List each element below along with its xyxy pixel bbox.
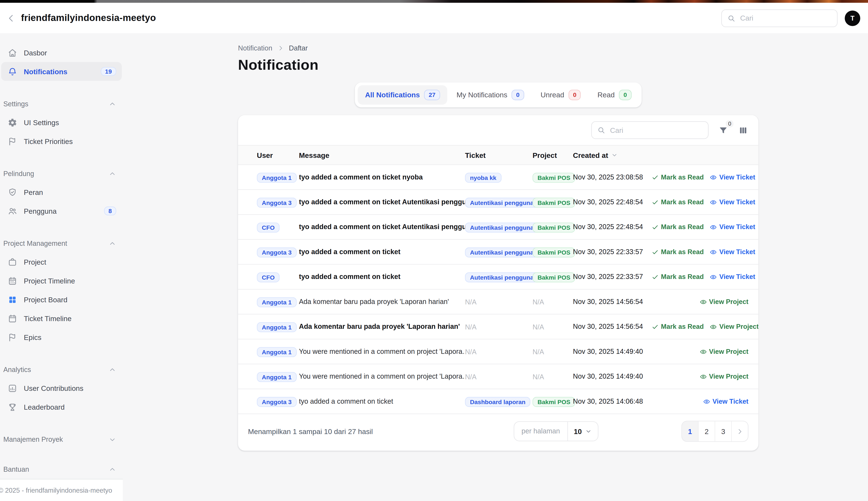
ticket-badge[interactable]: Autentikasi pengguna xyxy=(465,198,539,207)
breadcrumb: Notification Daftar xyxy=(238,33,759,52)
breadcrumb-page[interactable]: Daftar xyxy=(289,44,308,52)
ticket-badge[interactable]: Autentikasi pengguna xyxy=(465,272,539,282)
view-ticket-link[interactable]: View Ticket xyxy=(703,397,748,405)
ticket-badge[interactable]: Autentikasi pengguna xyxy=(465,222,539,232)
view-ticket-link[interactable]: View Ticket xyxy=(710,223,755,231)
created-at-cell: Nov 30, 2025 14:49:40 xyxy=(573,348,652,355)
sidebar-item-user-contributions[interactable]: User Contributions xyxy=(1,379,122,397)
mark-as-read-link[interactable]: Mark as Read xyxy=(652,323,704,331)
column-header-label: Message xyxy=(299,151,329,159)
tab-my-notifications[interactable]: My Notifications0 xyxy=(449,85,531,105)
sidebar-section-manajemen-proyek[interactable]: Manajemen Proyek xyxy=(1,433,122,446)
view-project-link[interactable]: View Project xyxy=(710,323,759,331)
view-ticket-link[interactable]: View Ticket xyxy=(710,248,755,256)
ticket-badge[interactable]: Dashboard laporan xyxy=(465,397,531,407)
filter-icon xyxy=(718,125,728,135)
view-project-link[interactable]: View Project xyxy=(700,373,748,380)
home-icon xyxy=(8,48,17,57)
mark-as-read-link[interactable]: Mark as Read xyxy=(652,273,704,281)
breadcrumb-section[interactable]: Notification xyxy=(238,44,272,52)
sidebar-item-leaderboard[interactable]: Leaderboard xyxy=(1,397,122,416)
sidebar-item-ui-settings[interactable]: UI Settings xyxy=(1,113,122,132)
project-badge[interactable]: Bakmi POS xyxy=(533,198,575,207)
notification-tabs: All Notifications27My Notifications0Unre… xyxy=(355,83,641,107)
chart-icon xyxy=(8,383,17,393)
mark-as-read-link[interactable]: Mark as Read xyxy=(652,173,704,181)
project-badge[interactable]: Bakmi POS xyxy=(533,172,575,182)
sidebar-item-dasbor[interactable]: Dasbor xyxy=(1,43,122,62)
ticket-cell: N/A xyxy=(465,297,533,307)
chevron-up-icon xyxy=(108,366,116,374)
project-badge[interactable]: Bakmi POS xyxy=(533,272,575,282)
tab-all-notifications[interactable]: All Notifications27 xyxy=(358,85,447,105)
filter-button[interactable]: 0 xyxy=(717,125,729,136)
action-label: View Project xyxy=(709,298,748,306)
project-badge[interactable]: Bakmi POS xyxy=(533,397,575,407)
sidebar-item-ticket-timeline[interactable]: Ticket Timeline xyxy=(1,309,122,328)
sidebar-item-epics[interactable]: Epics xyxy=(1,328,122,347)
project-cell: N/A xyxy=(533,347,573,356)
eye-icon xyxy=(700,348,707,355)
mark-as-read-link[interactable]: Mark as Read xyxy=(652,198,704,206)
table-search[interactable] xyxy=(591,121,709,139)
tab-count-badge: 27 xyxy=(424,89,440,100)
project-cell: N/A xyxy=(533,322,573,332)
next-page-button[interactable] xyxy=(732,421,748,441)
tab-unread[interactable]: Unread0 xyxy=(534,85,588,105)
view-ticket-link[interactable]: View Ticket xyxy=(710,273,755,281)
page-button-2[interactable]: 2 xyxy=(699,421,715,441)
mark-as-read-link[interactable]: Mark as Read xyxy=(652,248,704,256)
table-row: Anggota 1You were mentioned in a comment… xyxy=(238,364,759,389)
project-cell: Bakmi POS xyxy=(533,172,573,182)
created-at-cell: Nov 30, 2025 22:33:57 xyxy=(573,273,652,281)
sidebar-section-bantuan[interactable]: Bantuan xyxy=(1,463,122,476)
sort-chevron-down-icon[interactable] xyxy=(611,152,618,158)
tab-read[interactable]: Read0 xyxy=(590,85,639,105)
ticket-badge[interactable]: Autentikasi pengguna xyxy=(465,247,539,257)
view-ticket-link[interactable]: View Ticket xyxy=(710,173,755,181)
action-label: View Ticket xyxy=(719,198,755,206)
table-row: Anggota 1You were mentioned in a comment… xyxy=(238,339,759,364)
columns-button[interactable] xyxy=(737,125,748,136)
eye-icon xyxy=(710,199,717,206)
row-actions: Mark as ReadView Project xyxy=(652,323,758,331)
page-button-1[interactable]: 1 xyxy=(682,421,699,441)
sidebar-item-project-board[interactable]: Project Board xyxy=(1,290,122,309)
view-ticket-link[interactable]: View Ticket xyxy=(710,198,755,206)
sidebar-item-label: User Contributions xyxy=(24,384,116,392)
sidebar-item-ticket-priorities[interactable]: Ticket Priorities xyxy=(1,132,122,151)
project-badge[interactable]: Bakmi POS xyxy=(533,247,575,257)
table-search-input[interactable] xyxy=(609,125,703,135)
ticket-badge[interactable]: nyoba kk xyxy=(465,172,501,182)
sidebar-item-project-timeline[interactable]: Project Timeline xyxy=(1,271,122,290)
sidebar-item-notifications[interactable]: Notifications19 xyxy=(1,62,122,81)
mark-as-read-link[interactable]: Mark as Read xyxy=(652,223,704,231)
global-search[interactable] xyxy=(721,9,837,27)
bell-icon xyxy=(8,67,17,76)
page-button-3[interactable]: 3 xyxy=(715,421,732,441)
sidebar-section-project-management[interactable]: Project Management xyxy=(1,237,122,250)
row-actions: View Project xyxy=(652,373,748,380)
sidebar-item-project[interactable]: Project xyxy=(1,253,122,271)
sidebar-item-peran[interactable]: Peran xyxy=(1,183,122,202)
section-label: Bantuan xyxy=(3,466,109,473)
avatar[interactable]: T xyxy=(845,10,860,26)
action-label: Mark as Read xyxy=(661,198,704,206)
sidebar-section-pelindung[interactable]: Pelindung xyxy=(1,167,122,181)
view-project-link[interactable]: View Project xyxy=(700,348,748,355)
column-header-created-at: Created at xyxy=(573,151,652,159)
table-row: Anggota 3tyo added a comment on ticketDa… xyxy=(238,389,759,414)
sidebar-section-analytics[interactable]: Analytics xyxy=(1,363,122,376)
action-label: View Project xyxy=(719,323,759,331)
sidebar-section-settings[interactable]: Settings xyxy=(1,97,122,110)
section-label: Pelindung xyxy=(3,170,109,178)
per-page-value[interactable]: 10 xyxy=(568,422,598,441)
per-page-select[interactable]: per halaman 10 xyxy=(514,421,599,441)
global-search-input[interactable] xyxy=(739,13,832,23)
check-icon xyxy=(652,248,659,256)
eye-icon xyxy=(710,248,717,256)
sidebar-item-pengguna[interactable]: Pengguna8 xyxy=(1,202,122,220)
project-badge[interactable]: Bakmi POS xyxy=(533,222,575,232)
view-project-link[interactable]: View Project xyxy=(700,298,748,306)
back-button[interactable] xyxy=(4,11,18,24)
